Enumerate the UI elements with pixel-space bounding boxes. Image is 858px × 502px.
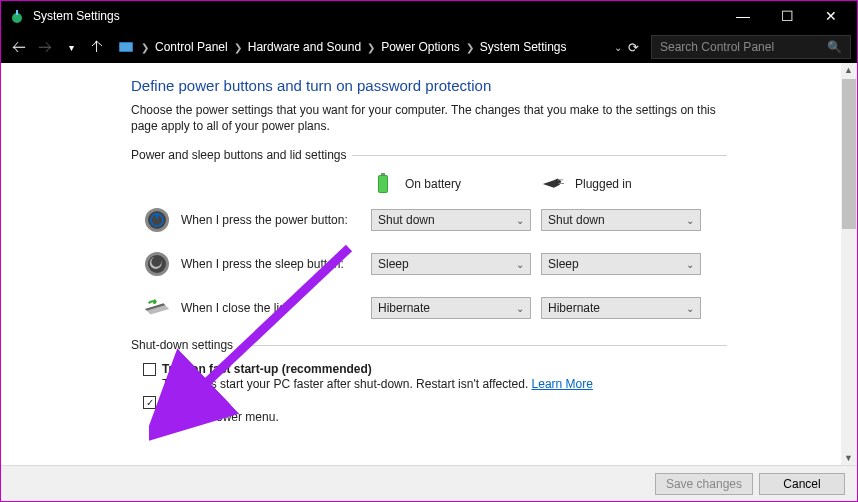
chevron-down-icon: ⌄ — [686, 215, 694, 226]
window-title: System Settings — [33, 9, 721, 23]
option-fast-startup: Turn on fast start-up (recommended) This… — [143, 362, 727, 393]
sleep-button-plugged-select[interactable]: Sleep⌄ — [541, 253, 701, 275]
row-label: When I press the sleep button: — [181, 257, 371, 271]
close-button[interactable]: ✕ — [809, 1, 853, 31]
crumb-power-options[interactable]: Power Options — [377, 40, 464, 54]
svg-rect-1 — [16, 10, 18, 15]
svg-rect-8 — [559, 183, 565, 184]
column-headers: On battery Plugged in — [371, 172, 727, 196]
fast-startup-checkbox[interactable] — [143, 363, 156, 376]
page-intro: Choose the power settings that you want … — [131, 102, 727, 134]
row-close-lid: When I close the lid: Hibernate⌄ Hiberna… — [131, 294, 727, 322]
forward-button[interactable]: 🡢 — [33, 35, 57, 59]
search-input[interactable]: Search Control Panel 🔍 — [651, 35, 851, 59]
shutdown-section-title: Shut-down settings — [131, 338, 727, 352]
titlebar: System Settings — ☐ ✕ — [1, 1, 857, 31]
sleep-button-battery-select[interactable]: Sleep⌄ — [371, 253, 531, 275]
fast-startup-label: Turn on fast start-up (recommended) — [162, 362, 372, 376]
history-dropdown[interactable]: ▾ — [59, 35, 83, 59]
svg-rect-3 — [120, 43, 132, 51]
up-button[interactable]: 🡡 — [85, 35, 109, 59]
lid-plugged-select[interactable]: Hibernate⌄ — [541, 297, 701, 319]
chevron-down-icon: ⌄ — [686, 259, 694, 270]
crumb-system-settings[interactable]: System Settings — [476, 40, 571, 54]
chevron-down-icon: ⌄ — [686, 303, 694, 314]
svg-rect-6 — [379, 176, 387, 192]
search-icon: 🔍 — [827, 40, 842, 54]
breadcrumb-separator: ❯ — [141, 42, 149, 53]
battery-icon — [371, 172, 395, 196]
chevron-down-icon: ⌄ — [516, 215, 524, 226]
row-sleep-button: When I press the sleep button: Sleep⌄ Sl… — [131, 250, 727, 278]
vertical-scrollbar[interactable] — [841, 63, 857, 465]
svg-rect-4 — [381, 173, 385, 175]
navbar: 🡠 🡢 ▾ 🡡 ❯ Control Panel ❯ Hardware and S… — [1, 31, 857, 63]
row-label: When I press the power button: — [181, 213, 371, 227]
page-heading: Define power buttons and turn on passwor… — [131, 77, 727, 94]
control-panel-icon — [117, 38, 135, 56]
svg-rect-12 — [156, 213, 158, 219]
maximize-button[interactable]: ☐ — [765, 1, 809, 31]
col-on-battery: On battery — [371, 172, 531, 196]
col-plugged-in: Plugged in — [541, 172, 701, 196]
learn-more-link[interactable]: Learn More — [532, 377, 593, 391]
chevron-down-icon: ⌄ — [516, 259, 524, 270]
minimize-button[interactable]: — — [721, 1, 765, 31]
sleep-checkbox[interactable]: ✓ — [143, 396, 156, 409]
address-dropdown[interactable]: ⌄ — [614, 42, 622, 53]
sleep-label: Sleep — [162, 395, 194, 409]
cancel-button[interactable]: Cancel — [759, 473, 845, 495]
breadcrumb: Control Panel ❯ Hardware and Sound ❯ Pow… — [151, 40, 571, 54]
footer: Save changes Cancel — [1, 465, 857, 501]
row-power-button: When I press the power button: Shut down… — [131, 206, 727, 234]
fast-startup-desc: This helps start your PC faster after sh… — [162, 376, 727, 393]
sleep-desc: Show in Power menu. — [162, 409, 727, 426]
scroll-thumb[interactable] — [842, 79, 856, 229]
power-button-plugged-select[interactable]: Shut down⌄ — [541, 209, 701, 231]
laptop-lid-icon — [143, 294, 171, 322]
sleep-button-icon — [143, 250, 171, 278]
buttons-and-lid-section-title: Power and sleep buttons and lid settings — [131, 148, 727, 162]
refresh-button[interactable]: ⟳ — [628, 40, 639, 55]
chevron-down-icon: ⌄ — [516, 303, 524, 314]
app-icon — [9, 8, 25, 24]
crumb-control-panel[interactable]: Control Panel — [151, 40, 232, 54]
power-button-icon — [143, 206, 171, 234]
power-button-battery-select[interactable]: Shut down⌄ — [371, 209, 531, 231]
row-label: When I close the lid: — [181, 301, 371, 315]
option-sleep: ✓ Sleep Show in Power menu. — [143, 395, 727, 426]
lid-battery-select[interactable]: Hibernate⌄ — [371, 297, 531, 319]
plug-icon — [541, 172, 565, 196]
svg-rect-7 — [558, 180, 564, 181]
crumb-hardware-and-sound[interactable]: Hardware and Sound — [244, 40, 365, 54]
back-button[interactable]: 🡠 — [7, 35, 31, 59]
save-changes-button[interactable]: Save changes — [655, 473, 753, 495]
search-placeholder: Search Control Panel — [660, 40, 774, 54]
